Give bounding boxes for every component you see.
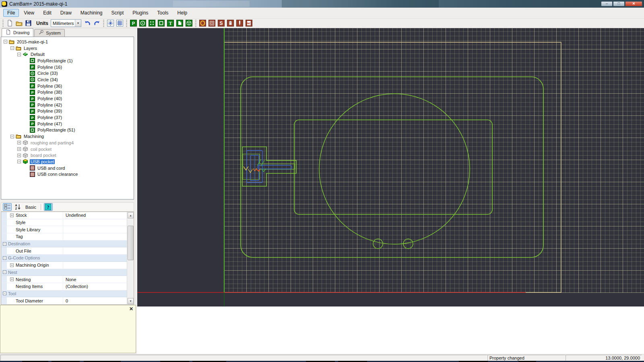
property-category-tool[interactable]: −Tool — [1, 290, 134, 298]
property-row-nesting-items[interactable]: Nesting Items(Collection) — [1, 283, 134, 290]
new-file-icon[interactable] — [6, 19, 14, 27]
property-value[interactable]: (Collection) — [63, 284, 134, 289]
menu-script[interactable]: Script — [107, 9, 128, 17]
drawing-tree[interactable]: −2015-make-qi-1−Layers−DefaultPolyRectan… — [1, 37, 134, 200]
collapse-icon[interactable]: − — [10, 46, 14, 50]
draw-polyline-icon[interactable]: P — [129, 19, 138, 27]
chevron-down-icon[interactable]: ▼ — [75, 20, 81, 27]
property-grid[interactable]: +StockUndefinedStyleStyle LibraryTag−Des… — [1, 212, 134, 305]
nc-file-icon[interactable]: NC — [245, 19, 253, 27]
property-value[interactable]: None — [63, 277, 134, 282]
open-folder-icon[interactable] — [15, 19, 23, 27]
undo-icon[interactable] — [83, 19, 92, 27]
property-category-destination[interactable]: −Destination — [1, 241, 134, 248]
tree-item-2015-make-qi-1[interactable]: −2015-make-qi-1 — [1, 39, 134, 45]
property-row-stock[interactable]: +StockUndefined — [1, 212, 134, 219]
tree-item-circle-34-[interactable]: Circle (34) — [1, 76, 134, 83]
tree-item-polyline-47-[interactable]: PPolyline (47) — [1, 121, 134, 127]
property-category-nest[interactable]: −Nest — [1, 269, 134, 276]
tree-item-polyline-36-[interactable]: PPolyline (36) — [1, 83, 134, 89]
expand-icon[interactable]: + — [10, 263, 14, 267]
menu-plugins[interactable]: Plugins — [128, 9, 152, 17]
tree-item-coil-pocket[interactable]: +coil pocket — [1, 146, 134, 152]
collapse-icon[interactable]: − — [17, 160, 21, 163]
tree-item-board-pocket[interactable]: +board pocket — [1, 152, 134, 158]
menu-help[interactable]: Help — [173, 9, 192, 17]
expand-icon[interactable]: + — [17, 154, 21, 157]
toolbar-grip[interactable] — [2, 20, 4, 27]
property-row-style-library[interactable]: Style Library — [1, 226, 134, 233]
collapse-icon[interactable]: − — [3, 242, 6, 246]
expand-icon[interactable]: + — [17, 141, 21, 144]
collapse-icon[interactable]: − — [17, 53, 21, 56]
collapse-icon[interactable]: − — [3, 270, 6, 274]
lathe-mop-icon[interactable] — [235, 19, 244, 27]
tree-item-polyrectangle-51-[interactable]: PolyRectangle (51) — [1, 127, 134, 134]
minimize-button[interactable]: – — [601, 1, 613, 6]
tree-item-roughing-and-parting4[interactable]: +roughing and parting4 — [1, 140, 134, 146]
property-scrollbar[interactable]: ▲ ▼ — [127, 212, 134, 304]
property-row-style[interactable]: Style — [1, 219, 134, 226]
close-description-icon[interactable]: ✕ — [129, 306, 133, 312]
tree-item-polyline-42-[interactable]: PPolyline (42) — [1, 102, 134, 108]
toggle-axes-icon[interactable] — [106, 19, 115, 27]
toolbar-grip[interactable] — [126, 20, 128, 27]
toolbar-grip[interactable] — [103, 20, 105, 27]
tree-item-polyline-40-[interactable]: PPolyline (40) — [1, 95, 134, 102]
draw-surface-icon[interactable] — [175, 19, 184, 27]
profile-mop-icon[interactable] — [198, 19, 207, 27]
tree-item-polyline-39-[interactable]: PPolyline (39) — [1, 108, 134, 115]
tree-item-polyline-38-[interactable]: PPolyline (38) — [1, 89, 134, 96]
collapse-icon[interactable]: − — [4, 40, 7, 43]
collapse-icon[interactable]: − — [3, 292, 6, 295]
pocket-mop-icon[interactable] — [208, 19, 216, 27]
close-button[interactable]: ✕ — [625, 1, 642, 6]
tree-item-layers[interactable]: −Layers — [1, 45, 134, 51]
tree-item-machining[interactable]: −Machining — [1, 133, 134, 140]
menu-view[interactable]: View — [20, 9, 38, 17]
tree-item-polyline-16-[interactable]: PPolyline (16) — [1, 64, 134, 70]
draw-text-icon[interactable]: T — [166, 19, 175, 27]
menu-file[interactable]: File — [3, 9, 19, 17]
property-category-g-code-options[interactable]: −G-Code Options — [1, 255, 134, 262]
scroll-down-button[interactable]: ▼ — [128, 298, 134, 304]
property-value[interactable]: 0 — [63, 298, 134, 303]
property-row-machining-origin[interactable]: +Machining Origin — [1, 262, 134, 269]
property-row-tool-diameter[interactable]: Tool Diameter0 — [1, 297, 134, 304]
draw-rectangle-icon[interactable] — [157, 19, 165, 27]
draw-3d-icon[interactable] — [185, 19, 193, 27]
tree-item-polyrectangle-1-[interactable]: PolyRectangle (1) — [1, 58, 134, 64]
sort-alpha-button[interactable]: AZ — [13, 203, 22, 211]
toolbar-grip[interactable] — [195, 20, 197, 27]
toggle-grid-icon[interactable] — [116, 19, 124, 27]
tree-item-circle-33-[interactable]: Circle (33) — [1, 70, 134, 76]
expand-icon[interactable]: + — [17, 147, 21, 151]
scroll-up-button[interactable]: ▲ — [128, 212, 134, 218]
tree-item-default[interactable]: −Default — [1, 51, 134, 58]
menu-draw[interactable]: Draw — [56, 9, 76, 17]
property-value[interactable]: Undefined — [63, 213, 134, 218]
categorized-view-button[interactable]: + — [3, 203, 12, 211]
property-row-tag[interactable]: Tag — [1, 233, 134, 241]
tab-drawing[interactable]: Drawing — [2, 28, 33, 37]
redo-icon[interactable] — [93, 19, 101, 27]
collapse-icon[interactable]: − — [3, 256, 6, 260]
property-row-out-file[interactable]: Out File — [1, 247, 134, 255]
tree-item-usb-pocket[interactable]: −USB pocket — [1, 158, 134, 165]
menu-edit[interactable]: Edit — [39, 9, 56, 17]
draw-points-icon[interactable] — [148, 19, 156, 27]
drawing-canvas[interactable] — [137, 28, 644, 306]
drill-mop-icon[interactable] — [226, 19, 235, 27]
collapse-icon[interactable]: − — [10, 135, 14, 138]
expand-icon[interactable]: + — [10, 278, 14, 281]
menu-machining[interactable]: Machining — [76, 9, 107, 17]
basic-mode-label[interactable]: Basic — [25, 205, 36, 210]
tab-system[interactable]: System — [34, 29, 65, 37]
draw-circle-icon[interactable] — [138, 19, 147, 27]
menu-tools[interactable]: Tools — [153, 9, 173, 17]
maximize-button[interactable]: □ — [613, 1, 625, 6]
tree-item-polyline-37-[interactable]: PPolyline (37) — [1, 114, 134, 121]
scrollbar-thumb[interactable] — [128, 226, 134, 260]
engrave-mop-icon[interactable]: S — [217, 19, 225, 27]
property-row-nesting[interactable]: +NestingNone — [1, 276, 134, 283]
